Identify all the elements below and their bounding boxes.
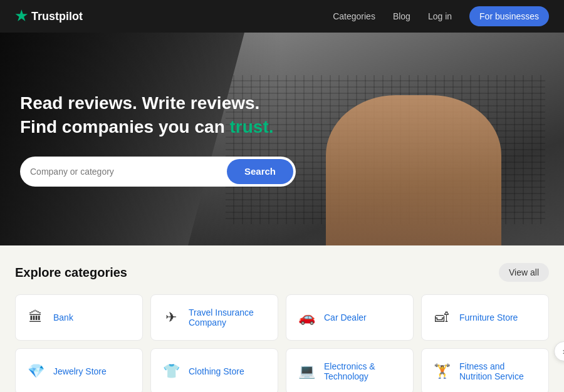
for-businesses-button[interactable]: For businesses	[469, 6, 549, 26]
travel-insurance-icon: ✈	[161, 309, 181, 326]
category-card-bank[interactable]: 🏛Bank	[15, 294, 143, 341]
hero-line2: Find companies you can	[20, 117, 230, 137]
search-bar: Search	[20, 157, 296, 187]
scroll-right-button[interactable]: ›	[554, 341, 564, 361]
nav-blog[interactable]: Blog	[393, 11, 410, 21]
furniture-store-label: Furniture Store	[459, 312, 518, 322]
hero-title: Read reviews. Write reviews. Find compan…	[20, 91, 293, 139]
fitness-icon: 🏋	[432, 363, 452, 379]
car-dealer-icon: 🚗	[296, 309, 316, 326]
hero-section: Read reviews. Write reviews. Find compan…	[0, 33, 564, 245]
nav-categories[interactable]: Categories	[333, 11, 375, 21]
categories-grid: 🏛Bank✈Travel Insurance Company🚗Car Deale…	[15, 294, 549, 392]
nav-login[interactable]: Log in	[428, 11, 452, 21]
view-all-button[interactable]: View all	[499, 263, 549, 282]
category-card-clothing-store[interactable]: 👕Clothing Store	[150, 348, 278, 392]
hero-line1: Read reviews. Write reviews.	[20, 93, 259, 113]
category-card-jewelry-store[interactable]: 💎Jewelry Store	[15, 348, 143, 392]
hero-trust-word: trust.	[230, 117, 274, 137]
category-card-fitness[interactable]: 🏋Fitness and Nutrition Service	[421, 348, 549, 392]
fitness-label: Fitness and Nutrition Service	[459, 361, 538, 381]
search-input[interactable]	[30, 167, 224, 177]
jewelry-store-label: Jewelry Store	[53, 366, 107, 376]
navbar: ★ Trustpilot Categories Blog Log in For …	[0, 0, 564, 33]
categories-section: Explore categories View all 🏛Bank✈Travel…	[0, 245, 564, 392]
car-dealer-label: Car Dealer	[324, 312, 367, 322]
category-card-car-dealer[interactable]: 🚗Car Dealer	[286, 294, 414, 341]
logo[interactable]: ★ Trustpilot	[15, 8, 83, 24]
logo-text: Trustpilot	[31, 10, 83, 23]
electronics-icon: 💻	[296, 363, 316, 379]
search-button[interactable]: Search	[227, 159, 293, 184]
jewelry-store-icon: 💎	[26, 363, 46, 379]
categories-header: Explore categories View all	[15, 263, 549, 282]
travel-insurance-label: Travel Insurance Company	[189, 307, 268, 328]
category-card-electronics[interactable]: 💻Electronics & Technology	[286, 348, 414, 392]
nav-links: Categories Blog Log in For businesses	[333, 6, 549, 26]
clothing-store-label: Clothing Store	[189, 366, 244, 376]
furniture-store-icon: 🛋	[432, 309, 452, 326]
electronics-label: Electronics & Technology	[324, 361, 403, 381]
trustpilot-star-icon: ★	[15, 8, 28, 24]
category-card-furniture-store[interactable]: 🛋Furniture Store	[421, 294, 549, 341]
bank-label: Bank	[53, 312, 73, 322]
hero-hand-image	[326, 95, 501, 245]
clothing-store-icon: 👕	[161, 363, 181, 379]
category-card-travel-insurance[interactable]: ✈Travel Insurance Company	[150, 294, 278, 341]
hero-content: Read reviews. Write reviews. Find compan…	[0, 91, 313, 187]
bank-icon: 🏛	[26, 309, 46, 326]
categories-title: Explore categories	[15, 266, 127, 280]
